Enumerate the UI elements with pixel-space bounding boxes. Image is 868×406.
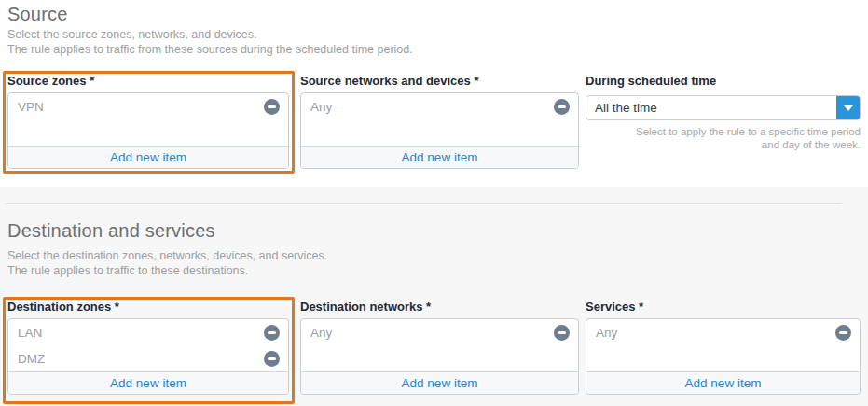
destination-zones-box: LAN DMZ Add new item bbox=[7, 318, 289, 395]
zone-item-label: Any bbox=[596, 326, 617, 340]
source-zones-add-bar: Add new item bbox=[8, 146, 288, 168]
zone-item-label: Any bbox=[310, 100, 332, 114]
schedule-field: During scheduled time All the time Selec… bbox=[586, 75, 861, 151]
destination-zones-field: Destination zones * LAN DMZ Add new item bbox=[7, 301, 289, 395]
source-networks-add-bar: Add new item bbox=[301, 146, 578, 168]
schedule-select[interactable]: All the time bbox=[586, 95, 861, 120]
source-zones-box: VPN Add new item bbox=[7, 92, 289, 169]
add-new-item-link[interactable]: Add new item bbox=[685, 376, 762, 390]
source-networks-label: Source networks and devices * bbox=[300, 75, 579, 88]
zone-item-label: VPN bbox=[18, 100, 44, 114]
zone-item: Any bbox=[301, 93, 578, 119]
minus-circle-icon[interactable] bbox=[835, 325, 851, 341]
source-networks-box: Any Add new item bbox=[300, 92, 579, 169]
schedule-dropdown-button[interactable] bbox=[836, 96, 860, 119]
services-add-bar: Add new item bbox=[586, 371, 860, 394]
schedule-label: During scheduled time bbox=[586, 75, 861, 88]
destination-networks-field: Destination networks * Any Add new item bbox=[300, 301, 579, 395]
source-section-description-line2: The rule applies to traffic from these s… bbox=[7, 42, 413, 57]
minus-circle-icon[interactable] bbox=[554, 325, 570, 341]
zone-item-label: Any bbox=[310, 326, 332, 340]
destination-section-title: Destination and services bbox=[7, 220, 215, 242]
section-divider bbox=[5, 203, 842, 204]
caret-down-icon bbox=[844, 105, 853, 111]
add-new-item-link[interactable]: Add new item bbox=[110, 376, 186, 390]
source-networks-field: Source networks and devices * Any Add ne… bbox=[300, 75, 579, 169]
source-section-description-line1: Select the source zones, networks, and d… bbox=[7, 27, 257, 42]
zone-item-label: LAN bbox=[18, 326, 42, 340]
services-box: Any Add new item bbox=[586, 318, 861, 395]
destination-section-description-line1: Select the destination zones, networks, … bbox=[7, 248, 327, 263]
destination-networks-list: Any bbox=[301, 319, 578, 371]
schedule-help-text: Select to apply the rule to a specific t… bbox=[586, 125, 861, 151]
add-new-item-link[interactable]: Add new item bbox=[402, 376, 478, 390]
source-networks-list: Any bbox=[301, 93, 578, 146]
source-section-title: Source bbox=[7, 4, 68, 25]
destination-zones-label: Destination zones * bbox=[7, 301, 289, 314]
schedule-help-line1: Select to apply the rule to a specific t… bbox=[586, 125, 861, 138]
minus-circle-icon[interactable] bbox=[264, 99, 280, 115]
zone-item: VPN bbox=[8, 93, 288, 119]
source-zones-field: Source zones * VPN Add new item bbox=[7, 75, 289, 169]
services-list: Any bbox=[586, 319, 860, 371]
zone-item: Any bbox=[301, 319, 578, 345]
add-new-item-link[interactable]: Add new item bbox=[402, 150, 478, 164]
source-zones-list: VPN bbox=[8, 93, 288, 146]
add-new-item-link[interactable]: Add new item bbox=[110, 150, 186, 164]
destination-networks-box: Any Add new item bbox=[300, 318, 579, 395]
services-field: Services * Any Add new item bbox=[586, 301, 861, 395]
minus-circle-icon[interactable] bbox=[554, 99, 570, 115]
source-zones-label: Source zones * bbox=[7, 75, 289, 88]
destination-zones-list: LAN DMZ bbox=[8, 319, 288, 371]
destination-networks-add-bar: Add new item bbox=[301, 371, 578, 394]
destination-zones-add-bar: Add new item bbox=[8, 371, 288, 394]
zone-item: Any bbox=[586, 319, 860, 345]
schedule-select-value: All the time bbox=[586, 96, 836, 119]
zone-item: LAN bbox=[8, 319, 288, 345]
zone-item: DMZ bbox=[8, 345, 288, 371]
services-label: Services * bbox=[586, 301, 861, 314]
minus-circle-icon[interactable] bbox=[264, 325, 280, 341]
zone-item-label: DMZ bbox=[18, 352, 45, 366]
destination-networks-label: Destination networks * bbox=[300, 301, 579, 314]
schedule-help-line2: and day of the week. bbox=[586, 138, 861, 151]
destination-section-description-line2: The rule applies to traffic to these des… bbox=[7, 263, 248, 278]
minus-circle-icon[interactable] bbox=[264, 351, 280, 367]
